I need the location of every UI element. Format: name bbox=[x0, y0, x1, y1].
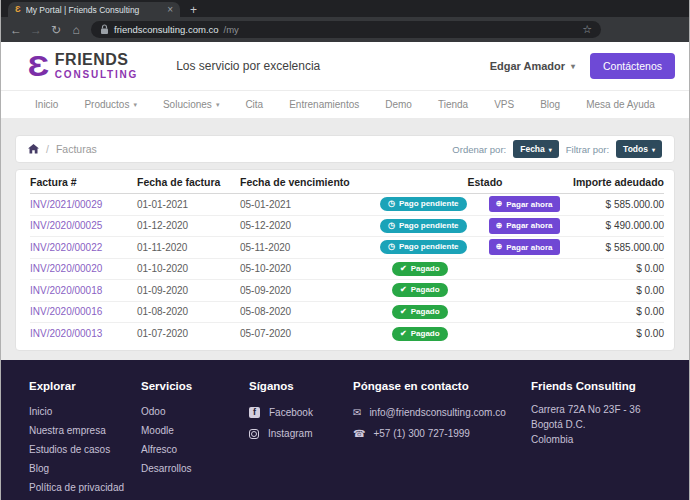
footer-column-siganos: SíganosfFacebookInstagram bbox=[249, 380, 353, 500]
contact-button[interactable]: Contáctenos bbox=[590, 53, 675, 79]
footer-link-moodle[interactable]: Moodle bbox=[141, 421, 249, 440]
nav-item-label: Productos bbox=[84, 99, 129, 110]
bookmark-star-icon[interactable]: ☆ bbox=[582, 24, 592, 35]
pay-now-button[interactable]: ⊕Pagar ahora bbox=[489, 218, 560, 234]
nav-item-label: Entrenamientos bbox=[289, 99, 359, 110]
back-icon[interactable]: ← bbox=[7, 24, 25, 36]
invoice-link[interactable]: INV/2021/00029 bbox=[30, 199, 137, 210]
clock-icon: ◷ bbox=[388, 243, 395, 251]
contact-phone[interactable]: ☎+57 (1) 300 727-1999 bbox=[353, 423, 531, 444]
clock-icon: ◷ bbox=[388, 200, 395, 208]
footer-link-politica-de-privacidad[interactable]: Política de privacidad bbox=[29, 478, 141, 497]
status-badge: ✔Pagado bbox=[392, 305, 448, 319]
browser-home-icon[interactable]: ⌂ bbox=[67, 24, 85, 36]
contact-email[interactable]: ✉info@friendsconsulting.com.co bbox=[353, 402, 531, 423]
social-link-label: Instagram bbox=[268, 428, 312, 439]
nav-item-mesa-de-ayuda[interactable]: Mesa de Ayuda bbox=[586, 99, 655, 110]
invoice-status-cell: ✔Pagado bbox=[380, 305, 550, 319]
instagram-icon bbox=[249, 429, 259, 439]
nav-item-tienda[interactable]: Tienda bbox=[438, 99, 468, 110]
nav-item-label: Mesa de Ayuda bbox=[586, 99, 655, 110]
invoice-link[interactable]: INV/2020/00013 bbox=[30, 328, 137, 339]
pay-now-label: Pagar ahora bbox=[506, 221, 552, 230]
footer-column-title: Póngase en contacto bbox=[353, 380, 531, 392]
chevron-down-icon: ▾ bbox=[133, 101, 137, 109]
nav-item-entrenamientos[interactable]: Entrenamientos bbox=[289, 99, 359, 110]
browser-window: Ɛ My Portal | Friends Consulting × + ← →… bbox=[0, 0, 690, 500]
nav-item-cita[interactable]: Cita bbox=[245, 99, 263, 110]
url-path: /my bbox=[224, 24, 239, 35]
logo-text: FRIENDS CONSULTING bbox=[55, 52, 138, 80]
invoice-link[interactable]: INV/2020/00020 bbox=[30, 263, 137, 274]
home-icon[interactable] bbox=[28, 144, 39, 154]
invoice-date: 01-07-2020 bbox=[137, 328, 240, 339]
status-badge: ✔Pagado bbox=[392, 262, 448, 276]
invoice-amount: $ 0.00 bbox=[550, 285, 664, 296]
nav-item-productos[interactable]: Productos▾ bbox=[84, 99, 137, 110]
invoice-due-date: 05-09-2020 bbox=[240, 285, 380, 296]
social-link-facebook[interactable]: fFacebook bbox=[249, 402, 353, 423]
column-header-amount: Importe adeudado bbox=[550, 176, 664, 188]
status-badge-label: Pago pendiente bbox=[399, 243, 459, 251]
invoice-link[interactable]: INV/2020/00022 bbox=[30, 242, 137, 253]
invoice-status-cell: ◷Pago pendiente⊕Pagar ahora bbox=[380, 239, 550, 255]
status-badge-label: Pagado bbox=[411, 308, 440, 316]
close-tab-icon[interactable]: × bbox=[167, 5, 173, 15]
clock-icon: ◷ bbox=[388, 222, 395, 230]
address-line: Colombia bbox=[531, 432, 689, 447]
nav-item-vps[interactable]: VPS bbox=[494, 99, 514, 110]
browser-tab[interactable]: Ɛ My Portal | Friends Consulting × bbox=[8, 2, 180, 17]
footer-column-title: Explorar bbox=[29, 380, 141, 392]
pay-now-button[interactable]: ⊕Pagar ahora bbox=[489, 196, 560, 212]
footer-link-alfresco[interactable]: Alfresco bbox=[141, 440, 249, 459]
status-badge-label: Pagado bbox=[411, 330, 440, 338]
address-bar[interactable]: friendsconsulting.com.co/my ☆ bbox=[91, 21, 601, 38]
invoice-status-cell: ✔Pagado bbox=[380, 283, 550, 297]
invoice-status-cell: ✔Pagado bbox=[380, 327, 550, 341]
footer-link-estudios-de-casos[interactable]: Estudios de casos bbox=[29, 440, 141, 459]
pay-now-button[interactable]: ⊕Pagar ahora bbox=[489, 239, 560, 255]
table-row: INV/2021/0002901-01-202105-01-2021◷Pago … bbox=[30, 194, 664, 216]
nav-item-blog[interactable]: Blog bbox=[540, 99, 560, 110]
invoice-due-date: 05-08-2020 bbox=[240, 306, 380, 317]
new-tab-button[interactable]: + bbox=[190, 4, 197, 16]
site-tagline: Los servicio por excelencia bbox=[176, 59, 320, 73]
filter-dropdown[interactable]: Todos ▾ bbox=[616, 140, 662, 158]
lock-icon bbox=[100, 24, 109, 35]
sort-dropdown[interactable]: Fecha ▾ bbox=[513, 140, 559, 158]
nav-item-label: Soluciones bbox=[163, 99, 212, 110]
email-icon: ✉ bbox=[353, 408, 361, 418]
invoice-due-date: 05-11-2020 bbox=[240, 242, 380, 253]
header-right: Edgar Amador ▾ Contáctenos bbox=[490, 53, 675, 79]
nav-item-label: VPS bbox=[494, 99, 514, 110]
logo-line1: FRIENDS bbox=[55, 52, 138, 68]
site-logo[interactable]: Ɛ FRIENDS CONSULTING bbox=[29, 52, 138, 80]
footer-link-odoo[interactable]: Odoo bbox=[141, 402, 249, 421]
reload-icon[interactable]: ↻ bbox=[47, 24, 65, 36]
status-badge: ◷Pago pendiente bbox=[380, 197, 467, 211]
nav-item-label: Blog bbox=[540, 99, 560, 110]
site-favicon-icon: Ɛ bbox=[15, 5, 21, 14]
nav-item-inicio[interactable]: Inicio bbox=[35, 99, 58, 110]
invoice-link[interactable]: INV/2020/00018 bbox=[30, 285, 137, 296]
invoice-date: 01-11-2020 bbox=[137, 242, 240, 253]
forward-icon[interactable]: → bbox=[27, 24, 45, 36]
footer-link-nuestra-empresa[interactable]: Nuestra empresa bbox=[29, 421, 141, 440]
check-icon: ✔ bbox=[400, 286, 407, 294]
nav-item-label: Tienda bbox=[438, 99, 468, 110]
footer-link-inicio[interactable]: Inicio bbox=[29, 402, 141, 421]
footer-link-blog[interactable]: Blog bbox=[29, 459, 141, 478]
nav-item-demo[interactable]: Demo bbox=[385, 99, 412, 110]
nav-item-soluciones[interactable]: Soluciones▾ bbox=[163, 99, 219, 110]
footer-link-desarrollos[interactable]: Desarrollos bbox=[141, 459, 249, 478]
chevron-down-icon: ▾ bbox=[549, 146, 552, 153]
list-controls: Ordenar por: Fecha ▾ Filtrar por: Todos … bbox=[452, 140, 662, 158]
breadcrumb-page: Facturas bbox=[56, 143, 97, 155]
footer-column-servicios: ServiciosOdooMoodleAlfrescoDesarrollos bbox=[141, 380, 249, 500]
invoice-link[interactable]: INV/2020/00025 bbox=[30, 220, 137, 231]
user-menu[interactable]: Edgar Amador ▾ bbox=[490, 60, 575, 72]
table-body: INV/2021/0002901-01-202105-01-2021◷Pago … bbox=[30, 194, 664, 345]
social-link-instagram[interactable]: Instagram bbox=[249, 423, 353, 444]
invoice-link[interactable]: INV/2020/00016 bbox=[30, 306, 137, 317]
browser-toolbar: ← → ↻ ⌂ friendsconsulting.com.co/my ☆ bbox=[1, 17, 689, 42]
